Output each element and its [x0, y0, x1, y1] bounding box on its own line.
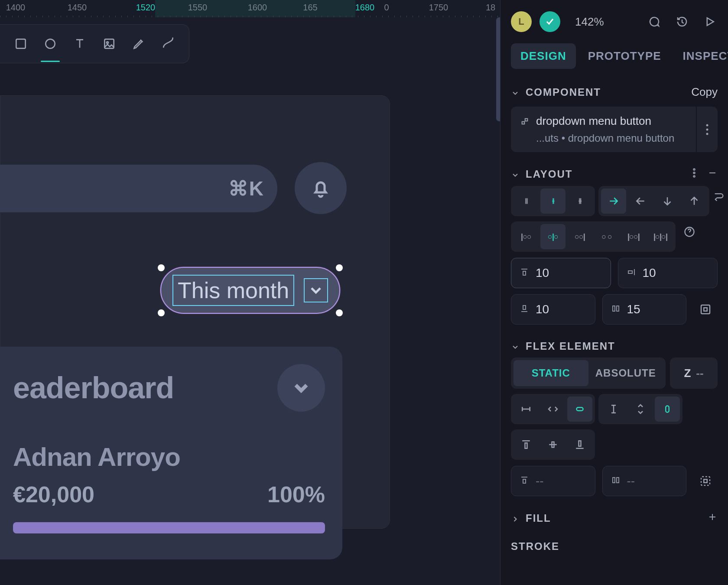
gap-input[interactable]: 15 [602, 294, 687, 325]
user-avatar[interactable]: L [511, 11, 532, 32]
inspector-panel: L 142% DESIGN PROTOTYPE INSPECT COMPONEN… [500, 0, 728, 585]
tab-inspect[interactable]: INSPECT [673, 43, 728, 69]
search-field[interactable]: ⌘K [0, 165, 277, 212]
image-tool[interactable] [96, 31, 122, 57]
padding-right-input[interactable]: 10 [618, 258, 718, 288]
z-index-input[interactable]: Z -- [670, 358, 718, 389]
direction-right-button[interactable] [601, 188, 626, 214]
svg-point-4 [706, 124, 708, 126]
svg-point-8 [693, 172, 695, 174]
expand-toggle[interactable] [511, 514, 520, 523]
height-fixed-icon [607, 403, 620, 416]
width-fill-button[interactable] [540, 396, 566, 422]
component-more-button[interactable] [696, 107, 718, 152]
percent-label: 100% [267, 481, 325, 507]
justify-end-button[interactable]: ○○| [567, 224, 592, 249]
person-name: Adnan Arroyo [13, 442, 325, 472]
position-mode-group: STATIC ABSOLUTE [511, 358, 666, 389]
zoom-level[interactable]: 142% [575, 15, 604, 29]
tab-design[interactable]: DESIGN [511, 43, 576, 69]
justify-help-button[interactable] [679, 221, 700, 242]
svg-rect-11 [701, 305, 710, 314]
direction-group [598, 186, 709, 216]
chevron-down-icon [511, 171, 520, 179]
input-value: 10 [536, 302, 549, 316]
chevron-right-icon [511, 515, 520, 523]
height-fill-button[interactable] [628, 396, 653, 422]
z-value: -- [696, 367, 703, 380]
collapse-toggle[interactable] [511, 342, 520, 351]
selection-handle[interactable] [158, 264, 165, 271]
comments-button[interactable] [647, 14, 662, 29]
flex-shrink-input[interactable]: -- [602, 466, 687, 496]
flex-controls-button[interactable] [693, 466, 718, 496]
ruler-marks [0, 16, 500, 17]
height-hug-button[interactable] [655, 396, 680, 422]
direction-up-button[interactable] [682, 188, 707, 214]
justify-around-button[interactable]: |○○| [621, 224, 646, 249]
collapse-toggle[interactable] [511, 88, 520, 97]
justify-start-button[interactable]: |○○ [514, 224, 539, 249]
component-path: ...uts • dropdown menu button [520, 132, 687, 144]
copy-button[interactable]: Copy [691, 85, 718, 99]
wrap-button[interactable] [713, 186, 725, 207]
direction-down-button[interactable] [655, 188, 680, 214]
align-self-center-button[interactable] [540, 432, 566, 457]
canvas-scrollbar[interactable] [496, 17, 500, 121]
notifications-button[interactable] [295, 162, 347, 214]
padding-top-input[interactable]: 10 [511, 258, 611, 288]
ruler-tick: 1400 [6, 3, 26, 13]
stroke-section: STROKE [500, 533, 728, 560]
width-fixed-button[interactable] [514, 396, 539, 422]
text-tool[interactable] [67, 31, 93, 57]
selection-handle[interactable] [158, 309, 165, 316]
layout-section: LAYOUT ⫴ ⫲ ⫵ [500, 160, 728, 332]
justify-between-button[interactable]: ○ ○ [594, 224, 619, 249]
layout-more-button[interactable] [689, 168, 699, 181]
chevron-down-icon [511, 89, 520, 98]
ellipse-tool[interactable] [37, 31, 63, 57]
absolute-option[interactable]: ABSOLUTE [588, 360, 663, 386]
width-hug-icon [573, 403, 586, 416]
ruler-tick: 1550 [188, 3, 208, 13]
align-end-button[interactable]: ⫵ [567, 188, 592, 214]
justify-center-button[interactable]: ○|○ [540, 224, 566, 249]
collapse-toggle[interactable] [511, 170, 520, 179]
leaderboard-card[interactable]: eaderboard Adnan Arroyo €20,000 100% [0, 347, 342, 559]
multiplayer-indicator[interactable] [540, 11, 560, 32]
height-sizing-group [598, 394, 682, 424]
align-start-button[interactable]: ⫴ [514, 188, 539, 214]
svg-rect-12 [704, 308, 707, 311]
section-title: STROKE [511, 540, 559, 552]
bell-icon [310, 178, 331, 198]
width-hug-button[interactable] [567, 396, 592, 422]
padding-controls-button[interactable] [693, 294, 718, 325]
comment-icon [648, 15, 661, 28]
canvas-area[interactable]: 1400 1450 1520 1550 1600 165 1680 0 1750… [0, 0, 500, 585]
ruler-tick: 1520 [136, 3, 156, 13]
chevron-down-icon [511, 343, 520, 351]
curve-tool[interactable] [155, 31, 181, 57]
component-link[interactable]: dropdown menu button ...uts • dropdown m… [511, 107, 696, 152]
rectangle-tool[interactable] [8, 31, 34, 57]
add-fill-button[interactable] [707, 512, 718, 525]
pencil-tool[interactable] [126, 31, 152, 57]
dropdown-menu-button-instance[interactable]: This month [160, 267, 340, 314]
padding-bottom-input[interactable]: 10 [511, 294, 595, 325]
play-button[interactable] [702, 14, 718, 29]
static-option[interactable]: STATIC [514, 360, 588, 386]
tab-prototype[interactable]: PROTOTYPE [578, 43, 671, 69]
align-self-start-button[interactable] [514, 432, 539, 457]
history-button[interactable] [674, 14, 690, 29]
align-self-end-button[interactable] [567, 432, 592, 457]
collapse-button[interactable] [277, 364, 325, 412]
input-value: 10 [643, 266, 656, 280]
height-fixed-button[interactable] [601, 396, 626, 422]
align-center-button[interactable]: ⫲ [540, 188, 566, 214]
component-name: dropdown menu button [536, 114, 651, 128]
flex-grow-input[interactable]: -- [511, 466, 595, 496]
remove-layout-button[interactable] [707, 168, 718, 181]
direction-left-button[interactable] [628, 188, 653, 214]
z-label: Z [684, 367, 691, 380]
justify-evenly-button[interactable]: |○|○| [648, 224, 673, 249]
